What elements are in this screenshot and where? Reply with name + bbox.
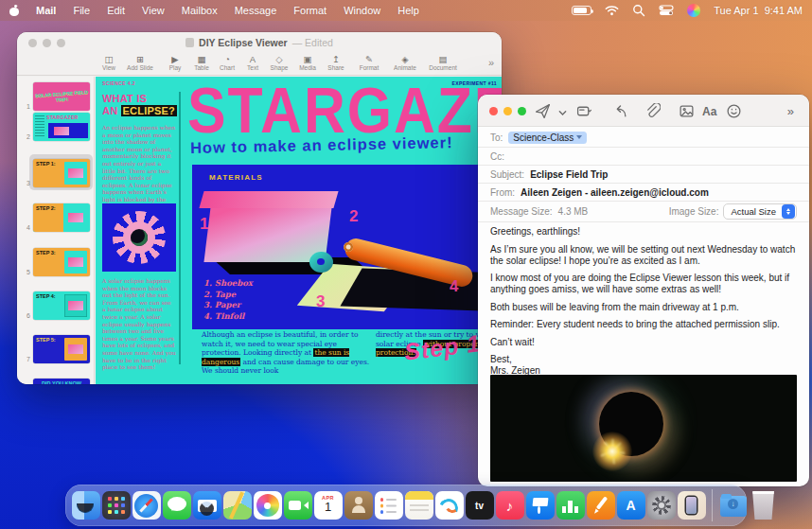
format-button[interactable]: Aa (702, 105, 718, 121)
close-button[interactable] (489, 107, 498, 115)
zoom-button[interactable] (57, 39, 65, 47)
dock-maps[interactable] (223, 491, 252, 520)
send-button[interactable] (535, 103, 551, 119)
dock-calendar[interactable]: APR1 (314, 491, 343, 520)
dock-contacts[interactable] (344, 491, 373, 520)
column-divider (179, 92, 181, 364)
dock-finder[interactable] (72, 491, 100, 520)
slide-row-3[interactable]: 3STEP 1: (17, 159, 90, 187)
siri-icon[interactable] (687, 4, 700, 17)
slide-row-4[interactable]: 4STEP 2: (17, 203, 90, 232)
dock-system-settings[interactable] (647, 491, 676, 520)
wifi-icon[interactable] (605, 5, 619, 16)
minimize-button[interactable] (43, 39, 51, 47)
spotlight-search-icon[interactable] (632, 4, 645, 17)
to-field[interactable]: To: Science-Class (478, 128, 809, 148)
toolbar-overflow-chevron[interactable]: » (488, 57, 494, 68)
eclipse-attachment-image[interactable] (490, 375, 797, 482)
document-proxy-icon[interactable] (185, 38, 194, 47)
keynote-title-bar[interactable]: DIY Eclipse Viewer — Edited (17, 32, 502, 53)
body-paragraph: Both buses will be leaving from the main… (490, 302, 797, 313)
materials-heading: MATERIALS (209, 173, 263, 182)
toolbar-overflow-chevron[interactable]: » (787, 104, 794, 118)
menu-item-window[interactable]: Window (344, 5, 380, 16)
menu-item-help[interactable]: Help (397, 5, 419, 16)
stepper-icon (782, 204, 795, 219)
menu-item-view[interactable]: View (142, 5, 165, 16)
dock-notes[interactable] (405, 491, 433, 520)
image-size-select[interactable]: Actual Size (723, 203, 797, 220)
dock-iphone-mirroring[interactable] (678, 491, 706, 520)
dock-music[interactable]: ♪ (496, 491, 524, 520)
menu-item-message[interactable]: Message (235, 5, 277, 16)
close-button[interactable] (28, 39, 37, 47)
menu-item-mail-app[interactable]: Mail (36, 5, 56, 16)
cc-field[interactable]: Cc: (478, 148, 809, 166)
from-field[interactable]: From: Aileen Zeigen - aileen.zeigen@iclo… (478, 184, 809, 202)
menu-item-format[interactable]: Format (293, 5, 327, 16)
slide-row-5[interactable]: 5STEP 3: (17, 248, 90, 276)
slide-row-1[interactable]: 1SOLAR ECLIPSE FIELD TRIP! (17, 82, 90, 111)
dock-mail[interactable] (193, 491, 221, 520)
slide-thumbnail-2[interactable]: STARGAZER (33, 113, 90, 141)
mail-toolbar[interactable]: Aa » (478, 95, 809, 127)
dock-apple-tv[interactable]: tv (466, 491, 494, 520)
dock-numbers[interactable] (556, 491, 585, 520)
slide-thumbnail-7[interactable]: STEP 5: (33, 335, 90, 363)
insert-photo-button[interactable] (679, 103, 695, 119)
menu-bar-clock[interactable]: Tue Apr 1 9:41 AM (714, 5, 803, 16)
slide-thumbnail-8[interactable]: DID YOU KNOW (33, 379, 90, 384)
dock-reminders[interactable] (375, 491, 403, 520)
body-paragraph: Greetings, earthlings! (490, 226, 797, 238)
message-body[interactable]: Greetings, earthlings! As I’m sure you a… (490, 226, 797, 377)
attach-paperclip-button[interactable] (644, 103, 661, 119)
apple-menu-icon[interactable] (9, 5, 19, 16)
dock-keynote[interactable] (526, 491, 555, 520)
control-center-icon[interactable] (659, 5, 674, 16)
zoom-button[interactable] (518, 107, 526, 115)
dock-photos[interactable] (254, 491, 282, 520)
thumb-image (64, 294, 87, 317)
dock-launchpad[interactable] (102, 491, 131, 520)
sidebar-icon: ◫ (105, 54, 114, 64)
dock-pages[interactable] (587, 491, 615, 520)
slide-thumbnail-3[interactable]: STEP 1: (33, 159, 90, 187)
document-icon: ▤ (439, 54, 448, 64)
thumb-image (64, 162, 87, 185)
share-icon: ↥ (332, 54, 340, 64)
minimize-button[interactable] (503, 107, 512, 115)
slide-thumbnail-4[interactable]: STEP 2: (33, 203, 90, 232)
slide-thumbnail-1[interactable]: SOLAR ECLIPSE FIELD TRIP! (33, 82, 90, 111)
thumb-image (64, 251, 87, 273)
send-options-chevron-icon[interactable] (555, 106, 571, 122)
chevron-down-icon (576, 135, 582, 139)
slide-row-8[interactable]: 8DID YOU KNOW (17, 379, 90, 384)
dock-freeform[interactable] (435, 491, 464, 520)
shape-icon: ◇ (275, 54, 282, 64)
menu-item-mailbox[interactable]: Mailbox (182, 5, 218, 16)
thumb-image (64, 338, 87, 361)
emoji-button[interactable] (726, 103, 742, 119)
dock-facetime[interactable] (284, 491, 312, 520)
slide-thumbnail-6[interactable]: STEP 4: (33, 291, 90, 320)
subject-field[interactable]: Subject: Eclipse Field Trip (478, 166, 809, 184)
dock-downloads-folder[interactable]: ↓ (719, 491, 748, 520)
battery-icon[interactable] (572, 6, 591, 15)
slide-row-6[interactable]: 6STEP 4: (17, 291, 90, 320)
slide-row-2[interactable]: 2STARGAZER (17, 113, 90, 141)
menu-item-file[interactable]: File (73, 5, 90, 16)
figure-number-3: 3 (316, 292, 325, 311)
slide-row-7[interactable]: 7STEP 5: (17, 335, 90, 363)
dock-trash[interactable] (750, 491, 778, 520)
dock-app-store[interactable]: A (617, 491, 645, 520)
menu-item-edit[interactable]: Edit (107, 5, 125, 16)
reply-arrow-icon[interactable] (612, 103, 628, 119)
figure-number-4: 4 (450, 277, 458, 296)
recipient-token[interactable]: Science-Class (508, 132, 587, 144)
header-fields-button[interactable] (576, 103, 592, 119)
slide-thumbnail-5[interactable]: STEP 3: (33, 248, 90, 276)
slide-canvas[interactable]: SCIENCE 4.2 EXPERIMENT #11 WHAT IS AN EC… (96, 77, 502, 384)
dock-safari[interactable] (132, 491, 161, 520)
dock-messages[interactable] (163, 491, 191, 520)
document-button[interactable]: ▤Document (421, 54, 465, 71)
